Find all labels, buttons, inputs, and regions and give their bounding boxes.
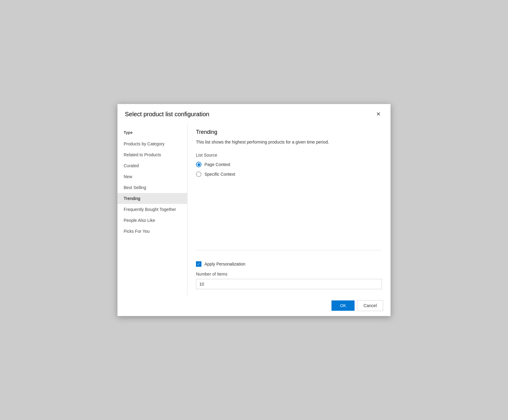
radio-page-context[interactable]: Page Context bbox=[196, 162, 382, 167]
ok-button[interactable]: OK bbox=[331, 300, 355, 311]
sidebar-item-best-selling[interactable]: Best Selling bbox=[118, 182, 187, 193]
close-button[interactable]: ✕ bbox=[374, 110, 383, 118]
checkbox-box: ✓ bbox=[196, 261, 201, 267]
dialog: Select product list configuration ✕ Type… bbox=[117, 104, 391, 316]
radio-specific-context-circle bbox=[196, 171, 201, 177]
cancel-button[interactable]: Cancel bbox=[357, 300, 383, 311]
dialog-body: Type Products by Category Related to Pro… bbox=[118, 123, 390, 295]
radio-page-context-label: Page Context bbox=[204, 162, 230, 167]
main-content: Trending This list shows the highest per… bbox=[187, 123, 390, 295]
sidebar-item-people-also-like[interactable]: People Also Like bbox=[118, 215, 187, 226]
dialog-footer: OK Cancel bbox=[118, 295, 390, 316]
bottom-section: ✓ Apply Personalization Number of Items bbox=[196, 256, 382, 289]
sidebar-item-frequently-bought-together[interactable]: Frequently Bought Together bbox=[118, 204, 187, 215]
section-title: Trending bbox=[196, 129, 382, 135]
sidebar-section-label: Type bbox=[118, 128, 187, 138]
sidebar-item-curated[interactable]: Curated bbox=[118, 160, 187, 171]
radio-specific-context[interactable]: Specific Context bbox=[196, 171, 382, 177]
sidebar-item-new[interactable]: New bbox=[118, 171, 187, 182]
number-of-items-input[interactable] bbox=[196, 279, 382, 289]
list-source-label: List Source bbox=[196, 153, 382, 158]
sidebar-item-products-by-category[interactable]: Products by Category bbox=[118, 138, 187, 149]
apply-personalization-label: Apply Personalization bbox=[204, 262, 245, 266]
radio-page-context-circle bbox=[196, 162, 201, 167]
dialog-title: Select product list configuration bbox=[125, 111, 209, 118]
sidebar-item-related-to-products[interactable]: Related to Products bbox=[118, 149, 187, 160]
apply-personalization-checkbox[interactable]: ✓ Apply Personalization bbox=[196, 261, 382, 267]
content-area: Trending This list shows the highest per… bbox=[196, 129, 382, 250]
number-of-items-label: Number of Items bbox=[196, 272, 382, 276]
sidebar: Type Products by Category Related to Pro… bbox=[118, 123, 187, 295]
sidebar-item-trending[interactable]: Trending bbox=[118, 193, 187, 204]
divider bbox=[196, 250, 382, 250]
dialog-header: Select product list configuration ✕ bbox=[118, 104, 390, 123]
radio-group: Page Context Specific Context bbox=[196, 162, 382, 177]
radio-specific-context-label: Specific Context bbox=[204, 172, 235, 177]
sidebar-item-picks-for-you[interactable]: Picks For You bbox=[118, 226, 187, 237]
checkmark-icon: ✓ bbox=[197, 262, 200, 266]
section-description: This list shows the highest performing p… bbox=[196, 139, 382, 145]
